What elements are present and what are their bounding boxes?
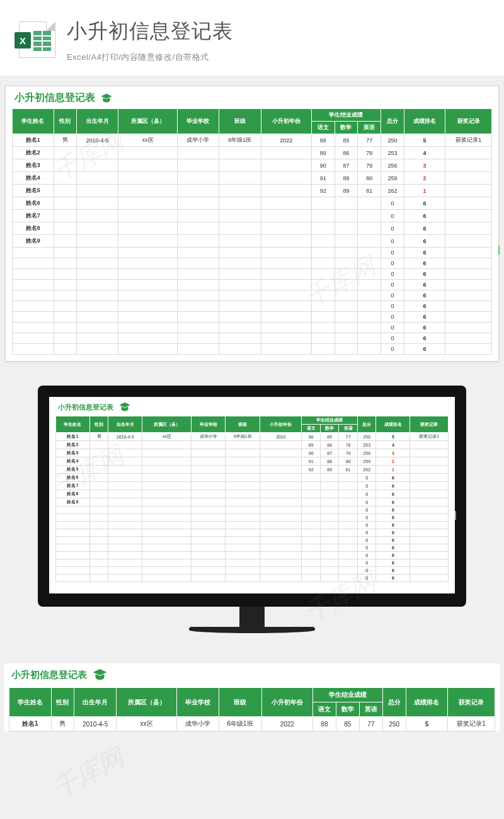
table-row: 06 (56, 575, 449, 582)
col-total: 总分 (382, 688, 406, 717)
table-row: 06 (56, 544, 449, 552)
col-math: 数学 (320, 425, 339, 433)
table-row: 姓名59289812621 (13, 185, 492, 197)
table-row: 06 (13, 269, 492, 280)
registration-table: 学生姓名性别出生年月所属区（县）毕业学校班级小升初年份学生结业成绩总分成绩排名获… (9, 687, 495, 731)
col-rank: 成绩排名 (406, 688, 448, 717)
table-row: 06 (56, 514, 449, 522)
page-subtitle: Excel/A4打印/内容随意修改/自带格式 (67, 52, 485, 63)
table-row: 06 (56, 559, 449, 567)
table-row: 06 (13, 258, 492, 269)
table-row: 06 (56, 537, 449, 544)
col-class: 班级 (226, 416, 260, 433)
bottom-crop-strip: 小升初信息登记表 学生姓名性别出生年月所属区（县）毕业学校班级小升初年份学生结业… (0, 658, 504, 731)
monitor-bezel: 小升初信息登记表 学生姓名性别出生年月所属区（县）毕业学校班级小升初年份学生结业… (38, 386, 466, 607)
table-row: 06 (56, 507, 449, 514)
col-scores-group: 学生结业成绩 (302, 416, 358, 425)
excel-x-badge: X (14, 32, 31, 49)
col-chinese: 语文 (302, 425, 321, 433)
table-row: 06 (13, 290, 492, 301)
table-row: 姓名906 (56, 498, 449, 507)
col-total: 总分 (381, 109, 404, 134)
col-award: 获奖记录 (448, 688, 495, 717)
table-row: 姓名906 (13, 235, 492, 248)
table-row: 06 (13, 312, 492, 323)
col-school: 毕业学校 (192, 416, 226, 433)
table-row: 06 (56, 567, 449, 575)
col-year: 小升初年份 (261, 109, 311, 134)
col-class: 班级 (219, 688, 261, 717)
table-row: 姓名49188802592 (56, 457, 449, 466)
table-row: 姓名606 (56, 474, 449, 482)
col-gender: 性别 (51, 688, 74, 717)
table-row: 06 (13, 301, 492, 312)
table-row: 姓名606 (13, 197, 492, 210)
table-row: 06 (56, 552, 449, 559)
table-row: 姓名28986782534 (56, 441, 449, 449)
table-row: 姓名806 (56, 490, 449, 498)
table-row: 06 (13, 323, 492, 333)
sheet-title: 小升初信息登记表 (14, 91, 95, 105)
table-row: 姓名1男2010-4-5xx区成华小学6年级1班20228885772505获奖… (13, 134, 492, 147)
col-award: 获奖记录 (410, 416, 449, 433)
col-name: 学生姓名 (56, 416, 90, 433)
col-english: 英语 (359, 702, 382, 717)
col-rank: 成绩排名 (376, 416, 410, 433)
table-row: 06 (13, 248, 492, 258)
excel-file-icon: X (19, 21, 55, 58)
col-year: 小升初年份 (261, 688, 312, 717)
table-row: 06 (13, 333, 492, 344)
col-birth: 出生年月 (74, 688, 117, 717)
col-math: 数学 (336, 702, 359, 717)
table-row: 06 (13, 344, 492, 355)
col-chinese: 语文 (312, 702, 336, 717)
table-row: 姓名28986782534 (13, 147, 492, 159)
col-scores-group: 学生结业成绩 (312, 688, 382, 702)
graduation-cap-icon (118, 402, 131, 412)
col-scores-group: 学生结业成绩 (311, 109, 381, 122)
col-district: 所属区（县） (142, 416, 192, 433)
col-name: 学生姓名 (13, 109, 54, 134)
table-row: 姓名39087792563 (56, 449, 449, 457)
col-name: 学生姓名 (9, 688, 52, 717)
table-row: 姓名706 (56, 482, 449, 490)
col-gender: 性别 (89, 416, 108, 433)
col-district: 所属区（县） (116, 688, 176, 717)
page-header: X 小升初信息登记表 Excel/A4打印/内容随意修改/自带格式 (0, 0, 504, 76)
table-row: 06 (56, 529, 449, 537)
col-english: 英语 (339, 425, 358, 433)
table-row: 姓名1男2010-4-5xx区成华小学6年级1班20228885772505获奖… (9, 717, 495, 731)
col-award: 获奖记录 (445, 109, 492, 134)
spreadsheet-preview: 小升初信息登记表 学生姓名性别出生年月所属区（县）毕业学校班级小升初年份学生结业… (5, 86, 499, 362)
col-total: 总分 (357, 416, 376, 433)
registration-table: 学生姓名性别出生年月所属区（县）毕业学校班级小升初年份学生结业成绩总分成绩排名获… (55, 416, 449, 582)
col-english: 英语 (358, 122, 381, 134)
sheet-title: 小升初信息登记表 (11, 669, 87, 681)
table-row: 06 (56, 522, 449, 529)
col-rank: 成绩排名 (404, 109, 445, 134)
col-birth: 出生年月 (77, 109, 118, 134)
graduation-cap-icon (100, 93, 113, 103)
col-math: 数学 (335, 122, 358, 134)
table-row: 姓名59289812621 (56, 466, 449, 474)
graduation-cap-icon (92, 668, 108, 681)
sheet-title: 小升初信息登记表 (58, 403, 113, 412)
col-gender: 性别 (54, 109, 77, 134)
col-school: 毕业学校 (178, 109, 219, 134)
title-block: 小升初信息登记表 Excel/A4打印/内容随意修改/自带格式 (67, 18, 485, 63)
col-class: 班级 (219, 109, 261, 134)
table-row: 姓名1男2010-4-5xx区成华小学6年级1班20228885772505获奖… (56, 433, 449, 441)
table-row: 姓名806 (13, 222, 492, 235)
table-row: 姓名49188802592 (13, 172, 492, 185)
table-row: 姓名39087792563 (13, 159, 492, 172)
table-row: 姓名706 (13, 210, 492, 222)
col-district: 所属区（县） (118, 109, 177, 134)
col-school: 毕业学校 (177, 688, 219, 717)
main-preview-area: 小升初信息登记表 学生姓名性别出生年月所属区（县）毕业学校班级小升初年份学生结业… (0, 76, 504, 367)
table-row: 06 (13, 280, 492, 290)
col-birth: 出生年月 (108, 416, 142, 433)
col-year: 小升初年份 (260, 416, 302, 433)
registration-table: 学生姓名性别出生年月所属区（县）毕业学校班级小升初年份学生结业成绩总分成绩排名获… (12, 108, 492, 355)
col-chinese: 语文 (311, 122, 335, 134)
monitor-mockup-area: 小升初信息登记表 学生姓名性别出生年月所属区（县）毕业学校班级小升初年份学生结业… (0, 367, 504, 658)
